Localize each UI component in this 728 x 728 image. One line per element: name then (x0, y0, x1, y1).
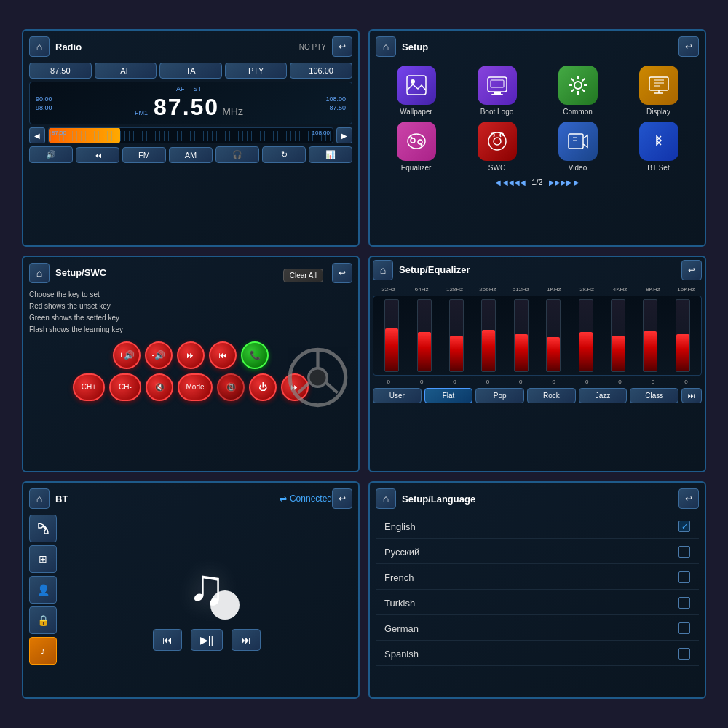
bt-back-btn[interactable]: ↩ (332, 488, 352, 509)
eq-bar-2[interactable] (441, 299, 472, 372)
swc-mute[interactable]: 🔇 (146, 373, 173, 401)
page-next-btn[interactable]: ▶▶▶▶ ▶ (549, 178, 580, 186)
swc-ch-up[interactable]: CH+ (73, 373, 105, 401)
swc-back-btn[interactable]: ↩ (332, 263, 352, 283)
lang-item-russian[interactable]: Русский (376, 540, 699, 564)
lang-back-btn[interactable]: ↩ (678, 488, 699, 509)
eq-preset-flat[interactable]: Flat (424, 388, 473, 403)
prev-btn[interactable]: ⏮ (76, 147, 119, 163)
eq-fill-5 (547, 337, 560, 371)
bt-music-btn[interactable]: ♪ (29, 637, 57, 665)
bt-play-btn[interactable]: ▶|| (191, 629, 223, 651)
swc-vol-down[interactable]: -🔊 (145, 341, 173, 369)
headphone-btn[interactable]: 🎧 (215, 146, 259, 163)
eq-preset-jazz[interactable]: Jazz (579, 388, 628, 403)
setup-item-video[interactable]: Video (540, 122, 615, 172)
eq-title: Setup/Equalizer (399, 264, 681, 275)
eq-preset-rock[interactable]: Rock (527, 388, 576, 403)
pty-btn[interactable]: PTY (225, 63, 288, 79)
bt-contacts-btn[interactable]: 👤 (29, 576, 57, 604)
vol-btn[interactable]: 🔊 (29, 146, 73, 163)
eq-bar-8[interactable] (635, 299, 665, 372)
lang-item-german[interactable]: German (376, 617, 699, 641)
lang-item-french[interactable]: French (376, 566, 699, 590)
eq-bar-7[interactable] (603, 299, 633, 372)
eq-bar-0[interactable] (376, 299, 407, 372)
radio-freq-side-left-2: 98.00 (36, 104, 52, 111)
radio-home-btn[interactable]: ⌂ (29, 36, 50, 57)
eq-bar-1[interactable] (408, 299, 439, 372)
bt-next-btn[interactable]: ⏭ (232, 629, 261, 651)
eq-fill-2 (450, 336, 463, 371)
clear-all-btn[interactable]: Clear All (283, 269, 323, 282)
lang-item-english[interactable]: English ✓ (376, 515, 699, 539)
setup-item-btset[interactable]: BT Set (621, 122, 696, 172)
btset-icon-bg (639, 122, 678, 161)
ta-btn[interactable]: TA (159, 63, 222, 79)
swc-call-btn[interactable]: 📞 (241, 341, 269, 369)
video-icon (567, 130, 589, 152)
eq-bar-5[interactable] (538, 299, 569, 372)
swc-prev-track[interactable]: ⏮ (209, 341, 237, 369)
eq-bar-3[interactable] (473, 299, 504, 372)
lang-name-german: German (384, 623, 419, 634)
freq-btn-1[interactable]: 87.50 (29, 63, 92, 79)
bt-keypad-btn[interactable]: ⊞ (29, 545, 57, 573)
bt-history-btn[interactable]: 🔒 (29, 606, 57, 634)
fm-btn[interactable]: FM (122, 147, 166, 163)
swc-home-btn[interactable]: ⌂ (29, 263, 50, 283)
setup-item-boot[interactable]: Boot Logo (459, 66, 534, 116)
setup-item-swc[interactable]: SWC (459, 122, 534, 172)
freq-next-btn[interactable]: ▶ (336, 127, 352, 143)
page-prev-btn[interactable]: ◀ ◀◀◀◀ (495, 178, 526, 186)
music-note-icon: ♫ (188, 558, 226, 616)
swc-mode[interactable]: Mode (178, 373, 213, 401)
eq-preset-user[interactable]: User (373, 388, 422, 403)
bt-sidebar: ⊞ 👤 🔒 ♪ (29, 515, 61, 686)
eq-back-btn[interactable]: ↩ (681, 260, 702, 280)
freq-prev-btn[interactable]: ◀ (29, 127, 45, 143)
freq-ticks-svg (49, 128, 333, 143)
lang-item-spanish[interactable]: Spanish (376, 642, 699, 666)
eq-bar-4[interactable] (506, 299, 537, 372)
swc-vol-up[interactable]: +🔊 (113, 341, 141, 369)
swc-power[interactable]: ⏻ (249, 373, 277, 401)
bt-panel: ⌂ BT ⇌ Connected ↩ ⊞ 👤 🔒 ♪ (22, 481, 360, 699)
setup-item-equalizer[interactable]: Equalizer (379, 122, 454, 172)
bt-phone-btn[interactable] (29, 515, 57, 542)
page-num: 1/2 (531, 178, 542, 186)
eq-bar-6[interactable] (570, 299, 601, 372)
eq-bar-9[interactable] (668, 299, 698, 372)
bt-connected-label: Connected (290, 494, 332, 504)
eq-freq-labels: 32Hz 64Hz 128Hz 256Hz 512Hz 1KHz 2KHz 4K… (373, 286, 702, 293)
eq-val-6: 0 (571, 379, 602, 385)
swc-hangup[interactable]: 📵 (217, 373, 245, 401)
am-btn[interactable]: AM (169, 147, 213, 163)
eq-label-16k: 16KHz (670, 286, 702, 293)
freq-btn-2[interactable]: 106.00 (290, 63, 352, 79)
eq-bars-container (373, 296, 702, 376)
swc-next-track[interactable]: ⏭ (177, 341, 205, 369)
lang-item-turkish[interactable]: Turkish (376, 591, 699, 615)
eq-home-btn[interactable]: ⌂ (373, 260, 393, 280)
eq-next-btn[interactable]: ⏭ (681, 388, 702, 403)
setup-item-wallpaper[interactable]: Wallpaper (379, 66, 454, 116)
af-btn[interactable]: AF (95, 63, 157, 79)
bt-prev-btn[interactable]: ⏮ (153, 629, 182, 651)
swc-ch-down[interactable]: CH- (109, 373, 141, 401)
setup-panel: ⌂ Setup ↩ Wallpaper (368, 29, 706, 247)
setup-item-display[interactable]: Display (621, 66, 696, 116)
eq-btn[interactable]: 📊 (309, 146, 352, 163)
wallpaper-icon (405, 74, 427, 96)
setup-item-common[interactable]: Common (540, 66, 615, 116)
setup-back-btn[interactable]: ↩ (678, 36, 699, 57)
lang-home-btn[interactable]: ⌂ (376, 488, 396, 509)
bt-home-btn[interactable]: ⌂ (29, 488, 50, 509)
eq-preset-pop[interactable]: Pop (475, 388, 524, 403)
display-icon-bg (639, 66, 678, 105)
eq-preset-class[interactable]: Class (630, 388, 678, 403)
radio-back-btn[interactable]: ↩ (332, 36, 352, 57)
setup-home-btn[interactable]: ⌂ (376, 36, 396, 57)
refresh-btn[interactable]: ↻ (262, 146, 306, 163)
lang-header: ⌂ Setup/Language ↩ (376, 488, 699, 509)
